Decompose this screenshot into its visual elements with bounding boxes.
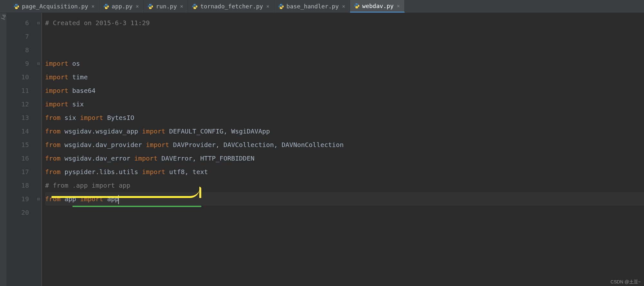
svg-point-4 bbox=[149, 4, 150, 5]
svg-point-7 bbox=[195, 8, 196, 9]
line-number[interactable]: 11 bbox=[6, 84, 29, 97]
svg-point-1 bbox=[17, 8, 17, 9]
code-line bbox=[45, 43, 644, 57]
code-line: import base64 bbox=[45, 84, 644, 97]
text-cursor bbox=[118, 195, 119, 204]
code-fold-gutter[interactable]: ⊟ ⊟ ⊟ bbox=[35, 13, 42, 286]
python-file-icon bbox=[354, 3, 360, 9]
code-line: import six bbox=[45, 97, 644, 111]
tab-base-handler[interactable]: base_handler.py × bbox=[274, 0, 350, 13]
svg-point-8 bbox=[280, 4, 281, 5]
svg-point-0 bbox=[15, 4, 16, 5]
line-number[interactable]: 17 bbox=[6, 165, 29, 179]
close-icon[interactable]: × bbox=[179, 3, 184, 9]
tab-page-acquisition[interactable]: page_Acquisition.py × bbox=[10, 0, 99, 13]
code-text-area[interactable]: # Created on 2015-6-3 11:29 import os im… bbox=[42, 13, 644, 286]
code-line: import time bbox=[45, 70, 644, 84]
line-number[interactable]: 13 bbox=[6, 111, 29, 124]
line-number[interactable]: 7 bbox=[6, 30, 29, 43]
tab-label: run.py bbox=[156, 3, 177, 10]
tab-bar: page_Acquisition.py × app.py × run.py × … bbox=[0, 0, 644, 13]
tab-tornado-fetcher[interactable]: tornado_fetcher.py × bbox=[188, 0, 274, 13]
line-number[interactable]: 9 bbox=[6, 57, 29, 70]
line-number[interactable]: 6 bbox=[6, 16, 29, 30]
line-number[interactable]: 8 bbox=[6, 43, 29, 57]
fold-icon[interactable]: ⊟ bbox=[35, 16, 42, 30]
line-number[interactable]: 10 bbox=[6, 70, 29, 84]
code-line: from six import BytesIO bbox=[45, 111, 644, 124]
code-line-current: from app import app bbox=[45, 192, 644, 206]
code-line: # from .app import app bbox=[45, 179, 644, 192]
python-file-icon bbox=[14, 4, 19, 9]
line-number[interactable]: 18 bbox=[6, 179, 29, 192]
code-line: import os bbox=[45, 57, 644, 70]
line-number[interactable]: 15 bbox=[6, 138, 29, 152]
close-icon[interactable]: × bbox=[91, 3, 95, 9]
code-line: from wsgidav.dav_provider import DAVProv… bbox=[45, 138, 644, 152]
svg-point-5 bbox=[151, 8, 151, 9]
tab-run[interactable]: run.py × bbox=[144, 0, 188, 13]
svg-point-2 bbox=[105, 4, 106, 5]
python-file-icon bbox=[147, 4, 153, 9]
code-line: from pyspider.libs.utils import utf8, te… bbox=[45, 165, 644, 179]
line-number[interactable]: 14 bbox=[6, 124, 29, 138]
tab-app[interactable]: app.py × bbox=[99, 0, 144, 13]
line-number-gutter[interactable]: 67891011121314151617181920 bbox=[6, 13, 35, 286]
svg-point-9 bbox=[281, 8, 282, 9]
close-icon[interactable]: × bbox=[341, 3, 346, 9]
close-icon[interactable]: × bbox=[266, 3, 270, 9]
python-file-icon bbox=[278, 4, 284, 9]
code-line: from wsgidav.wsgidav_app import DEFAULT_… bbox=[45, 124, 644, 138]
fold-icon[interactable]: ⊟ bbox=[35, 57, 42, 70]
tab-label: app.py bbox=[112, 3, 133, 10]
line-number[interactable]: 20 bbox=[6, 206, 29, 219]
editor-area: Py 67891011121314151617181920 ⊟ ⊟ ⊟ # Cr… bbox=[0, 13, 644, 286]
svg-point-11 bbox=[357, 7, 358, 8]
code-line bbox=[45, 30, 644, 43]
python-file-icon bbox=[103, 4, 109, 9]
tab-webdav[interactable]: webdav.py × bbox=[350, 0, 405, 13]
svg-point-10 bbox=[356, 4, 356, 4]
code-line bbox=[45, 206, 644, 219]
code-line: from wsgidav.dav_error import DAVError, … bbox=[45, 152, 644, 165]
tab-label: base_handler.py bbox=[287, 3, 339, 10]
line-number[interactable]: 19 bbox=[6, 192, 29, 206]
tab-label: webdav.py bbox=[362, 3, 394, 9]
python-file-icon bbox=[192, 4, 198, 9]
code-line: # Created on 2015-6-3 11:29 bbox=[45, 16, 644, 30]
line-number[interactable]: 16 bbox=[6, 152, 29, 165]
tab-label: tornado_fetcher.py bbox=[200, 3, 263, 10]
line-number[interactable]: 12 bbox=[6, 97, 29, 111]
left-tool-strip[interactable]: Py bbox=[0, 13, 6, 286]
watermark-text: CSDN @土豆~ bbox=[611, 279, 641, 285]
close-icon[interactable]: × bbox=[135, 3, 140, 9]
fold-icon[interactable]: ⊟ bbox=[35, 192, 42, 206]
svg-point-3 bbox=[107, 8, 107, 9]
tab-label: page_Acquisition.py bbox=[22, 3, 88, 10]
close-icon[interactable]: × bbox=[396, 3, 401, 9]
svg-point-6 bbox=[194, 4, 194, 5]
